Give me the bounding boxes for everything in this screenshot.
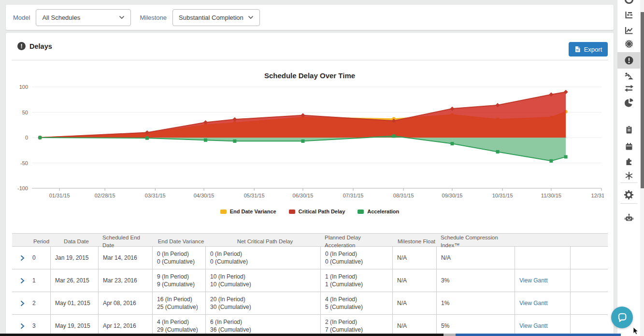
svg-text:12/31/15: 12/31/15 [591,193,604,198]
scheduled-end-cell: Apr 12, 2016 [98,315,152,336]
view-gantt-link[interactable]: View Gantt [519,299,570,307]
period-cell: 0 [28,247,50,269]
expand-row-button[interactable] [12,292,28,314]
legend-item-2[interactable]: Acceleration [358,209,399,214]
model-label: Model [13,14,30,21]
svg-text:01/31/15: 01/31/15 [49,193,70,198]
chevron-right-icon [20,300,25,307]
chat-launcher-button[interactable] [611,307,633,328]
spacer-cell [570,315,608,336]
planned-delay-acceleration-cell: 2 (In Period)7 (Cumulative) [320,315,392,336]
file-export-icon [574,46,581,53]
calendar-icon [624,142,634,152]
data-date-cell: Mar 26, 2015 [50,269,98,292]
milestone-float-cell: N/A [392,247,436,269]
end-date-variance-cell: 16 (In Period)25 (Cumulative) [152,292,205,314]
scrollbar-thumb[interactable] [641,12,644,188]
gantt-chart-icon [624,10,634,20]
sidebar-item-clipboard-icon[interactable] [617,122,640,138]
svg-text:50: 50 [22,110,28,115]
legend-label: End Date Variance [230,209,276,214]
net-critical-path-delay-cell: 20 (In Period)30 (Cumulative) [205,292,320,314]
svg-text:03/31/15: 03/31/15 [145,193,166,198]
alert-icon [624,56,634,65]
swap-arrows-icon [624,84,634,93]
milestone-select[interactable]: Substantial Completion [172,9,260,26]
delay-chart: 100500-50-10001/31/1502/28/1503/31/1504/… [14,82,604,204]
sidebar-item-puzzle-icon[interactable] [617,154,640,169]
delays-panel: ! Delays Export Schedule Delay Over Time… [6,33,614,336]
panel-header: ! Delays [17,42,52,50]
expand-row-button[interactable] [12,247,28,269]
table-row: 2May 01, 2015Apr 08, 201616 (In Period)2… [12,292,608,315]
legend-marker [289,210,295,214]
line-chart-icon [624,26,634,35]
sidebar-divider [620,203,637,204]
legend-marker [358,210,364,214]
icon-sidebar [617,0,640,336]
svg-text:08/31/15: 08/31/15 [393,193,414,198]
clipboard-icon [624,125,634,135]
pie-chart-icon [624,98,634,108]
chevron-down-icon [119,15,125,19]
sidebar-divider [620,182,637,183]
expand-row-button[interactable] [12,269,28,292]
window-bottom-edge [0,334,444,336]
chart-legend: End Date VarianceCritical Path DelayAcce… [6,209,614,214]
data-date-cell: Jan 19, 2015 [50,247,98,269]
sidebar-item-swap-arrows-icon[interactable] [617,81,640,96]
hscrollbar-thumb[interactable] [456,334,621,336]
hscrollbar-track[interactable] [444,334,456,336]
scheduled-end-cell: Mar 14, 2016 [98,247,152,269]
data-date-cell: May 19, 2015 [50,315,98,336]
burst-icon [624,39,634,49]
divider [12,60,608,60]
svg-text:100: 100 [19,84,28,90]
chat-bubble-icon [616,312,628,323]
spacer-cell [570,292,608,314]
expand-row-button[interactable] [12,315,28,336]
sidebar-item-robot-icon[interactable] [617,210,640,225]
legend-label: Critical Path Delay [299,209,345,214]
legend-label: Acceleration [367,209,399,214]
milestone-float-cell: N/A [392,292,436,314]
chevron-right-icon [20,323,25,329]
table-header-row: PeriodData DateScheduled End DateEnd Dat… [12,233,608,247]
compression-index-cell: N/A [436,247,515,269]
view-gantt-cell: View Gantt [515,315,570,336]
filter-bar: Model All Schedules Milestone Substantia… [6,5,614,30]
chevron-down-icon [248,15,254,19]
compression-index-cell: 5% [436,315,515,336]
svg-text:09/30/15: 09/30/15 [442,193,463,198]
net-critical-path-delay-cell: 0 (In Period)0 (Cumulative) [205,247,320,269]
period-cell: 3 [28,315,50,336]
view-gantt-cell: View Gantt [515,269,570,292]
sidebar-item-calendar-icon[interactable] [617,139,640,154]
view-gantt-link[interactable]: View Gantt [519,277,570,284]
sidebar-item-alert-icon[interactable] [617,52,640,69]
milestone-label: Milestone [140,14,167,21]
svg-text:-100: -100 [17,185,28,191]
sidebar-item-snowflake-icon[interactable] [617,168,640,183]
compression-index-cell: 1% [436,292,515,314]
planned-delay-acceleration-cell: 4 (In Period)5 (Cumulative) [320,292,392,314]
settings-gear-icon [624,190,634,200]
sidebar-item-gantt-chart-icon[interactable] [617,7,640,23]
data-date-cell: May 01, 2015 [50,292,98,314]
model-select[interactable]: All Schedules [36,9,131,26]
compression-index-cell: 3% [436,269,515,292]
svg-text:11/30/15: 11/30/15 [541,193,561,198]
view-gantt-cell [515,247,570,269]
sidebar-item-pie-chart-icon[interactable] [617,95,640,111]
view-gantt-link[interactable]: View Gantt [519,322,570,330]
mouse-cursor [633,327,640,335]
legend-marker [220,210,227,214]
legend-item-0[interactable]: End Date Variance [220,209,276,214]
table-row: 0Jan 19, 2015Mar 14, 20160 (In Period)0 … [12,247,608,269]
legend-item-1[interactable]: Critical Path Delay [289,209,345,214]
sidebar-item-settings-gear-icon[interactable] [617,187,640,202]
sidebar-item-burst-icon[interactable] [617,36,640,52]
scheduled-end-cell: Apr 08, 2016 [98,292,152,314]
robot-icon [624,213,634,223]
export-button[interactable]: Export [569,42,608,56]
